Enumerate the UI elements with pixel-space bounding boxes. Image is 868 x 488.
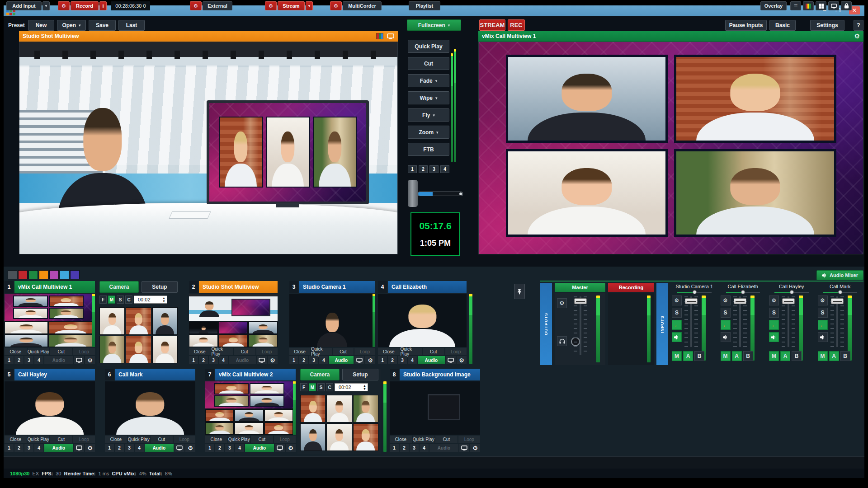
overlay-3-button[interactable]: 3 <box>209 356 218 364</box>
stream-dropdown[interactable]: ▾ <box>306 1 313 10</box>
new-button[interactable]: New <box>28 20 54 31</box>
master-bus-button[interactable]: M <box>769 351 779 361</box>
monitor-icon[interactable] <box>387 33 394 39</box>
gear-icon[interactable]: ⚙ <box>818 296 828 305</box>
input-thumbnail[interactable] <box>189 294 278 347</box>
monitor-icon[interactable] <box>175 444 184 452</box>
bus-b-button[interactable]: B <box>792 351 802 361</box>
loop-button[interactable]: Loop <box>354 348 375 355</box>
solo-button[interactable]: S <box>672 308 682 318</box>
fade-button[interactable]: Fade▾ <box>408 74 449 87</box>
overlay-2-button[interactable]: 2 <box>215 444 224 452</box>
audio-button[interactable]: Audio <box>429 444 458 452</box>
overlay-button[interactable]: Overlay <box>760 1 787 10</box>
overlay-4-button[interactable]: 4 <box>135 444 144 452</box>
tally-swatch[interactable] <box>49 270 59 279</box>
cut-button[interactable]: Cut <box>50 436 72 443</box>
solo-button[interactable]: S <box>721 308 731 318</box>
cut-button[interactable]: Cut <box>251 436 273 443</box>
overlay-1-button[interactable]: 1 <box>189 356 198 364</box>
loop-button[interactable]: Loop <box>174 436 196 443</box>
input-title[interactable]: Call Hayley <box>14 369 95 380</box>
quick-play-button[interactable]: Quick Play <box>28 436 50 443</box>
loop-button[interactable]: Loop <box>73 436 95 443</box>
program-monitor[interactable] <box>19 42 398 254</box>
bus-b-button[interactable]: B <box>840 351 850 361</box>
grid-view-icon[interactable] <box>816 1 826 10</box>
gear-icon[interactable]: ⚙ <box>672 296 682 305</box>
auto-mix-button[interactable]: ← <box>721 320 731 330</box>
close-button[interactable]: Close <box>205 436 227 443</box>
cut-button[interactable]: Cut <box>435 436 458 443</box>
input-title[interactable]: Studio Camera 1 <box>299 281 375 293</box>
quick-play-button[interactable]: Quick Play <box>408 40 449 53</box>
fader-handle[interactable] <box>734 298 746 304</box>
solo-button[interactable]: S <box>769 308 779 318</box>
monitor-icon[interactable] <box>74 444 84 452</box>
overlay-4-button[interactable]: 4 <box>219 356 228 364</box>
gear-icon[interactable]: ⚙ <box>854 33 860 40</box>
colorbars-icon[interactable] <box>376 33 383 39</box>
gear-icon[interactable]: ⚙ <box>85 444 95 452</box>
settings-button[interactable]: Settings <box>810 20 844 31</box>
add-input-button[interactable]: Add Input <box>6 1 42 10</box>
channel-fader[interactable] <box>733 296 747 347</box>
gear-icon[interactable]: ⚙ <box>721 296 731 305</box>
bus-a-button[interactable]: A <box>732 351 742 361</box>
overlay-1-button[interactable]: 1 <box>390 444 399 452</box>
audio-mixer-button[interactable]: Audio Mixer <box>816 270 863 280</box>
loop-button[interactable]: Loop <box>73 348 95 355</box>
loop-button[interactable]: Loop <box>274 436 296 443</box>
pan-slider[interactable] <box>677 290 712 295</box>
monitor-icon[interactable] <box>275 444 285 452</box>
close-button[interactable]: Close <box>390 436 412 443</box>
overlay-2-button[interactable]: 2 <box>14 444 24 452</box>
input-title[interactable]: vMix Call Multiview 1 <box>14 281 95 293</box>
tally-swatch[interactable] <box>28 270 38 279</box>
help-button[interactable]: ? <box>854 20 863 31</box>
overlay-3-button[interactable]: 3 <box>398 356 407 364</box>
master-fader[interactable] <box>574 296 587 355</box>
pan-slider[interactable] <box>774 290 809 295</box>
tally-swatch[interactable] <box>8 270 17 279</box>
camera-tab[interactable]: Camera <box>99 281 139 293</box>
overlay-2-button[interactable]: 2 <box>199 356 208 364</box>
stream-button[interactable]: Stream <box>278 1 305 10</box>
medium-button[interactable]: M <box>309 383 316 391</box>
quick-play-button[interactable]: Quick Play <box>212 348 233 355</box>
fader-handle[interactable] <box>574 298 587 304</box>
bus-a-button[interactable]: A <box>683 351 693 361</box>
slow-button[interactable]: S <box>117 296 124 304</box>
monitor-icon[interactable] <box>74 356 84 364</box>
multicorder-settings-gear-icon[interactable]: ⚙ <box>330 1 342 10</box>
overlay-2-button[interactable]: 2 <box>400 444 409 452</box>
master-bus-button[interactable]: M <box>672 351 682 361</box>
master-bus-button[interactable]: M <box>721 351 731 361</box>
ftb-button[interactable]: FTB <box>408 143 449 156</box>
audio-button[interactable]: Audio <box>229 356 256 364</box>
channel-fader[interactable] <box>830 296 844 347</box>
close-button[interactable]: Close <box>189 348 211 355</box>
audio-button[interactable]: Audio <box>44 356 73 364</box>
spinner-arrows-icon[interactable]: ▲▼ <box>363 384 366 390</box>
custom-button[interactable]: C <box>326 383 333 391</box>
duration-spinner[interactable]: 00:02▲▼ <box>134 296 167 304</box>
cut-button[interactable]: Cut <box>234 348 255 355</box>
mute-button[interactable] <box>721 332 731 342</box>
transition-tbar-track[interactable] <box>418 192 463 196</box>
overlay-3-button[interactable]: 3 <box>24 444 33 452</box>
fader-handle[interactable] <box>685 298 698 304</box>
input-thumbnail[interactable] <box>5 294 95 347</box>
multicorder-button[interactable]: MultiCorder <box>343 1 382 10</box>
cut-button[interactable]: Cut <box>333 348 354 355</box>
setup-tab[interactable]: Setup <box>342 369 378 380</box>
overlay-3-button[interactable]: 3 <box>125 444 134 452</box>
participant-grid[interactable] <box>99 307 178 363</box>
cut-button[interactable]: Cut <box>50 348 72 355</box>
record-info-button[interactable]: i <box>99 1 107 10</box>
gear-icon[interactable]: ⚙ <box>85 356 95 364</box>
record-button[interactable]: Record <box>71 1 99 10</box>
mute-button[interactable] <box>672 332 682 342</box>
add-input-dropdown[interactable]: ▾ <box>42 1 50 10</box>
overlay-1-button[interactable]: 1 <box>289 356 298 364</box>
